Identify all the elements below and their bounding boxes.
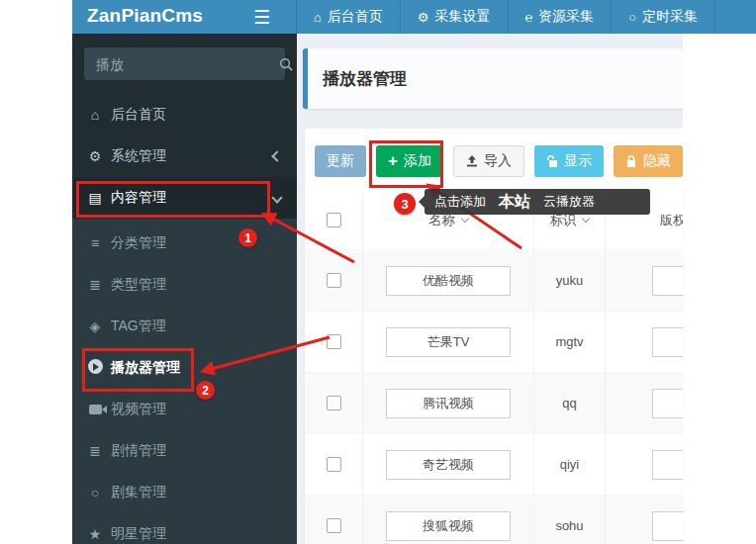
sidebar: ⌂ 后台首页 ⚙ 系统管理 ▤ 内容管理 ≡ 分类管理 ≣ 类型管理 ◈ TAG… xyxy=(72,34,297,544)
plus-icon: + xyxy=(388,152,398,169)
logo-area[interactable]: ZanPianCms ☰ xyxy=(72,0,297,34)
add-label: 添加 xyxy=(404,152,431,170)
player-version-input[interactable] xyxy=(652,389,683,418)
sidebar-item-label: 内容管理 xyxy=(111,189,166,207)
tags-icon: ◈ xyxy=(85,318,105,334)
sidebar-item-video[interactable]: 视频管理 xyxy=(72,389,297,430)
star-icon: ★ xyxy=(85,526,105,542)
sidebar-item-label: 剧集管理 xyxy=(111,484,166,501)
player-table: 名称 标识 版权 yuku mgtv qq xyxy=(305,191,683,544)
search-icon[interactable] xyxy=(279,57,293,71)
content-icon: ▤ xyxy=(85,190,105,206)
player-version-input[interactable] xyxy=(652,450,683,480)
row-checkbox[interactable] xyxy=(327,334,341,349)
row-checkbox[interactable] xyxy=(327,273,341,288)
search-input[interactable] xyxy=(84,56,275,72)
player-version-input[interactable] xyxy=(652,511,683,541)
show-button[interactable]: 显示 xyxy=(534,145,604,177)
player-name-input[interactable] xyxy=(386,327,511,357)
toolbar: 更新 + 添加 导入 显示 隐藏 删除 xyxy=(315,145,683,177)
list-icon: ≣ xyxy=(85,443,105,459)
lock-icon xyxy=(625,155,637,168)
nav-item-collect-settings[interactable]: ⚙ 采集设置 xyxy=(401,0,509,34)
column-header-version: 版权 xyxy=(606,191,683,249)
home-icon: ⌂ xyxy=(314,11,322,24)
sidebar-item-label: 分类管理 xyxy=(111,234,166,252)
hide-button[interactable]: 隐藏 xyxy=(614,145,683,177)
timer-icon: ○ xyxy=(628,11,636,24)
sidebar-submenu: ≡ 分类管理 ≣ 类型管理 ◈ TAG管理 播放器管理 视频管理 ≣ 剧情管理 xyxy=(72,219,297,544)
player-version-input[interactable] xyxy=(652,266,683,296)
nav-item-resource-collect[interactable]: ℮ 资源采集 xyxy=(509,0,613,34)
sidebar-search[interactable] xyxy=(84,47,285,80)
sidebar-item-star[interactable]: ★ 明星管理 xyxy=(72,513,297,544)
sidebar-item-episode[interactable]: ○ 剧集管理 xyxy=(72,472,297,513)
sidebar-item-player[interactable]: 播放器管理 xyxy=(72,347,297,389)
sort-caret-icon xyxy=(582,215,590,223)
nav-item-label: 采集设置 xyxy=(435,8,491,26)
sidebar-item-label: 播放器管理 xyxy=(111,359,180,377)
page-header-panel: 播放器管理 xyxy=(303,48,683,109)
header-label: 名称 xyxy=(429,212,455,229)
player-code: qiyi xyxy=(560,457,580,472)
player-code: qq xyxy=(562,396,576,410)
list-icon: ≣ xyxy=(85,277,105,293)
player-name-input[interactable] xyxy=(386,450,511,480)
select-all-checkbox[interactable] xyxy=(327,213,341,227)
row-checkbox[interactable] xyxy=(327,396,341,410)
chevron-down-icon xyxy=(273,191,281,205)
sidebar-item-tag[interactable]: ◈ TAG管理 xyxy=(72,306,297,347)
table-row: mgtv xyxy=(305,312,683,373)
bars-icon: ≡ xyxy=(85,235,105,251)
navbar-items: ⌂ 后台首页 ⚙ 采集设置 ℮ 资源采集 ○ 定时采集 xyxy=(297,0,756,34)
top-navbar: ZanPianCms ☰ ⌂ 后台首页 ⚙ 采集设置 ℮ 资源采集 ○ 定时采集 xyxy=(72,0,756,34)
table-row: yuku xyxy=(305,250,683,312)
column-header-name[interactable]: 名称 xyxy=(363,191,534,249)
chevron-left-icon xyxy=(273,149,281,163)
show-label: 显示 xyxy=(564,152,592,170)
sidebar-item-type[interactable]: ≣ 类型管理 xyxy=(72,264,297,306)
player-name-input[interactable] xyxy=(386,389,511,418)
sidebar-item-dashboard[interactable]: ⌂ 后台首页 xyxy=(72,94,297,136)
sidebar-item-label: 后台首页 xyxy=(111,106,166,124)
player-version-input[interactable] xyxy=(652,327,683,357)
nav-item-label: 资源采集 xyxy=(538,8,594,26)
upload-icon xyxy=(466,155,478,167)
circle-icon: ○ xyxy=(85,485,105,500)
nav-item-home[interactable]: ⌂ 后台首页 xyxy=(297,0,401,34)
add-button[interactable]: + 添加 xyxy=(376,145,443,177)
row-checkbox[interactable] xyxy=(327,457,341,472)
player-code: mgtv xyxy=(555,334,583,349)
gears-icon: ⚙ xyxy=(85,148,105,164)
table-row: sohu xyxy=(305,496,683,544)
column-header-code[interactable]: 标识 xyxy=(534,191,606,249)
nav-item-label: 定时采集 xyxy=(642,8,698,26)
resource-icon: ℮ xyxy=(525,11,533,24)
import-label: 导入 xyxy=(484,152,512,170)
player-code: sohu xyxy=(555,518,583,533)
header-label: 标识 xyxy=(550,212,576,229)
header-label: 版权 xyxy=(660,212,683,229)
page-title: 播放器管理 xyxy=(323,67,407,90)
player-name-input[interactable] xyxy=(386,511,511,541)
video-camera-icon xyxy=(85,402,105,417)
sidebar-item-content[interactable]: ▤ 内容管理 xyxy=(72,177,297,219)
sidebar-item-category[interactable]: ≡ 分类管理 xyxy=(72,223,297,264)
nav-item-timed-collect[interactable]: ○ 定时采集 xyxy=(612,0,715,34)
sidebar-item-system[interactable]: ⚙ 系统管理 xyxy=(72,136,297,177)
unlock-icon xyxy=(546,155,558,168)
nav-item-label: 后台首页 xyxy=(328,8,383,26)
import-button[interactable]: 导入 xyxy=(453,145,524,177)
player-table-box: 更新 + 添加 导入 显示 隐藏 删除 xyxy=(305,129,683,544)
sidebar-item-label: TAG管理 xyxy=(111,317,166,335)
sidebar-item-plot[interactable]: ≣ 剧情管理 xyxy=(72,430,297,472)
sidebar-toggle-icon[interactable]: ☰ xyxy=(253,6,270,29)
sidebar-item-label: 系统管理 xyxy=(111,147,166,165)
sort-caret-icon xyxy=(460,215,468,223)
sidebar-item-label: 剧情管理 xyxy=(111,442,166,460)
sidebar-item-label: 明星管理 xyxy=(111,525,166,543)
update-button[interactable]: 更新 xyxy=(315,145,366,177)
row-checkbox[interactable] xyxy=(327,518,341,533)
player-name-input[interactable] xyxy=(386,266,511,296)
sidebar-menu: ⌂ 后台首页 ⚙ 系统管理 ▤ 内容管理 ≡ 分类管理 ≣ 类型管理 ◈ TAG… xyxy=(72,94,297,544)
